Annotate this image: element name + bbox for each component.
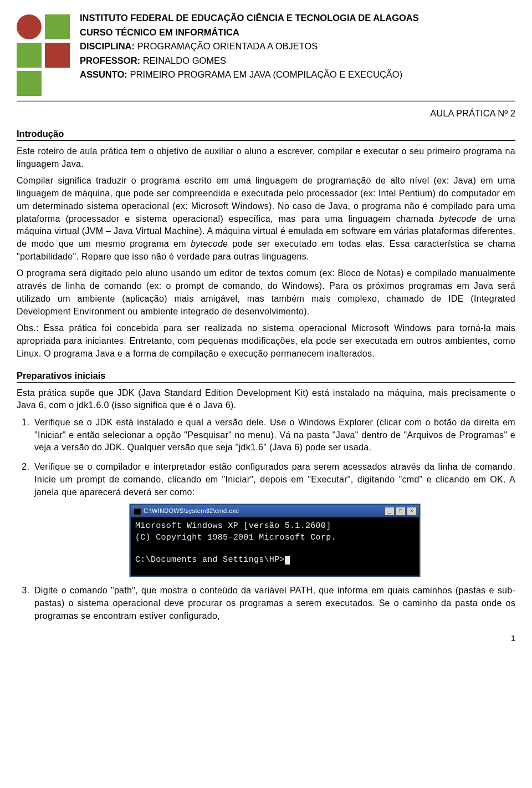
section-intro-title: Introdução	[17, 129, 515, 141]
logo-shape	[17, 14, 42, 39]
institution-logo	[17, 11, 72, 92]
minimize-icon: _	[385, 507, 395, 516]
cmd-titlebar: C:\WINDOWS\system32\cmd.exe _ □ ×	[131, 505, 419, 517]
professor-value: REINALDO GOMES	[140, 55, 226, 65]
list-item: Verifique se o compilador e interpretado…	[32, 461, 515, 577]
close-icon: ×	[407, 507, 417, 516]
italic-term: bytecode	[439, 214, 477, 223]
cmd-title-text: C:\WINDOWS\system32\cmd.exe	[144, 507, 239, 516]
maximize-icon: □	[396, 507, 406, 516]
subject-line: ASSUNTO: PRIMEIRO PROGRAMA EM JAVA (COMP…	[80, 68, 515, 82]
professor-label: PROFESSOR:	[80, 55, 140, 65]
cmd-icon	[133, 508, 141, 515]
cmd-output: Microsoft Windows XP [versão 5.1.2600] (…	[131, 517, 419, 576]
professor-line: PROFESSOR: REINALDO GOMES	[80, 54, 515, 68]
italic-term: bytecode	[191, 239, 228, 248]
discipline-label: DISCIPLINA:	[80, 41, 135, 51]
step-text: Verifique se o compilador e interpretado…	[34, 462, 515, 496]
cursor-icon	[285, 556, 290, 565]
list-item: Digite o comando "path", que mostra o co…	[32, 584, 515, 622]
institution-name: INSTITUTO FEDERAL DE EDUCAÇÃO CIÊNCIA E …	[80, 11, 515, 26]
prep-steps-list: Verifique se o JDK está instalado e qual…	[17, 416, 515, 622]
discipline-line: DISCIPLINA: PROGRAMAÇÃO ORIENTADA A OBJE…	[80, 39, 515, 54]
lesson-number: AULA PRÁTICA Nº 2	[17, 108, 515, 119]
section-prep-title: Preparativos iniciais	[17, 370, 515, 383]
intro-paragraph-2: Compilar significa traduzir o programa e…	[17, 175, 515, 263]
document-header: INSTITUTO FEDERAL DE EDUCAÇÃO CIÊNCIA E …	[17, 11, 515, 92]
cmd-window-screenshot: C:\WINDOWS\system32\cmd.exe _ □ × Micros…	[130, 504, 420, 577]
list-item: Verifique se o JDK está instalado e qual…	[32, 416, 515, 454]
window-controls: _ □ ×	[385, 507, 417, 516]
intro-paragraph-3: O programa será digitado pelo aluno usan…	[17, 267, 515, 318]
subject-value: PRIMEIRO PROGRAMA EM JAVA (COMPILAÇÃO E …	[127, 69, 402, 79]
logo-shape	[45, 43, 70, 68]
cmd-line: Microsoft Windows XP [versão 5.1.2600]	[135, 521, 331, 531]
cmd-line: (C) Copyright 1985-2001 Microsoft Corp.	[135, 533, 336, 542]
discipline-value: PROGRAMAÇÃO ORIENTADA A OBJETOS	[135, 41, 318, 51]
cmd-prompt: C:\Documents and Settings\HP>	[135, 555, 285, 565]
logo-shape	[45, 14, 70, 39]
logo-shape	[17, 43, 42, 68]
prep-paragraph-1: Esta prática supõe que JDK (Java Standar…	[17, 387, 515, 412]
intro-paragraph-4: Obs.: Essa prática foi concebida para se…	[17, 322, 515, 360]
course-name: CURSO TÉCNICO EM INFORMÁTICA	[80, 26, 515, 40]
logo-shape	[17, 71, 42, 96]
subject-label: ASSUNTO:	[80, 69, 127, 79]
page-number: 1	[17, 633, 515, 643]
intro-paragraph-1: Este roteiro de aula prática tem o objet…	[17, 145, 515, 170]
header-divider	[17, 100, 515, 101]
